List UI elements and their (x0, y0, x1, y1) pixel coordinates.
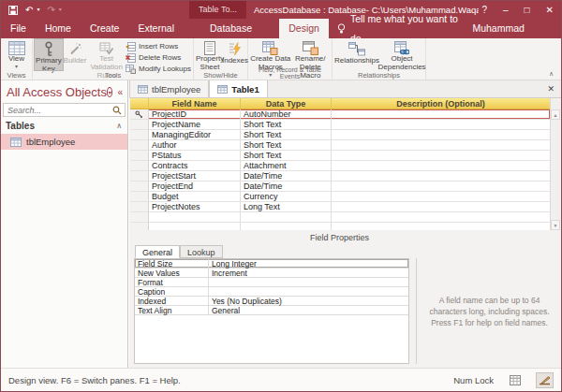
property-row-indexed[interactable]: Indexed Yes (No Duplicates) (135, 297, 408, 306)
row-selector[interactable] (130, 212, 149, 222)
tab-design[interactable]: Design (279, 19, 329, 38)
minimize-button[interactable]: – (503, 1, 509, 19)
data-type-cell[interactable]: Currency (241, 192, 332, 201)
tab-create[interactable]: Create (81, 19, 129, 38)
doc-tab-table1[interactable]: Table1 (209, 80, 267, 97)
scroll-down-icon[interactable]: ▼ (551, 220, 560, 230)
relationships-button[interactable]: Relationships (334, 39, 379, 70)
data-type-cell[interactable]: Short Text (241, 151, 332, 160)
row-selector[interactable] (130, 130, 149, 139)
property-value[interactable]: Increment (209, 269, 408, 277)
field-name-cell[interactable]: ProjectStart (149, 171, 241, 181)
primary-key-button[interactable]: Primary Key (35, 39, 63, 70)
property-sheet-button[interactable]: Property Sheet (196, 39, 224, 70)
object-dependencies-button[interactable]: Object Dependencies (379, 39, 424, 70)
description-cell[interactable] (332, 140, 550, 150)
collapse-ribbon-icon[interactable]: ∧ (549, 70, 554, 78)
undo-dropdown-icon[interactable]: ▾ (37, 1, 39, 19)
property-value[interactable] (209, 287, 408, 296)
indexes-button[interactable]: Indexes (224, 39, 246, 70)
collapse-group-icon[interactable]: ∧ (116, 122, 122, 130)
data-type-cell[interactable]: AutoNumber (241, 109, 332, 119)
description-cell[interactable] (332, 130, 550, 139)
description-cell[interactable] (332, 151, 550, 160)
field-name-cell[interactable]: ProjectName (149, 120, 241, 129)
row-selector[interactable] (130, 151, 149, 160)
field-row-pstatus[interactable]: PStatus Short Text (130, 151, 550, 161)
field-row-projectend[interactable]: ProjectEnd Date/Time (130, 181, 550, 192)
nav-item-tblemployee[interactable]: tblEmployee (1, 134, 127, 150)
data-type-cell[interactable]: Date/Time (241, 181, 332, 191)
row-selector[interactable] (130, 120, 149, 129)
data-type-cell[interactable]: Long Text (241, 202, 332, 211)
row-selector[interactable] (130, 109, 149, 119)
row-selector[interactable] (130, 171, 149, 181)
property-value[interactable]: Long Integer (209, 259, 408, 268)
property-row-format[interactable]: Format (135, 278, 408, 287)
scroll-up-icon[interactable]: ▲ (551, 109, 560, 120)
description-cell[interactable] (332, 171, 550, 181)
grid-vertical-scrollbar[interactable]: ▲ ▼ (550, 98, 560, 230)
shutter-bar-icon[interactable]: « (117, 87, 123, 97)
field-name-cell[interactable]: ProjectEnd (149, 181, 241, 191)
row-selector[interactable] (130, 181, 149, 191)
search-icon[interactable] (112, 106, 125, 115)
nav-menu-icon[interactable]: ▾ (107, 87, 113, 97)
row-selector[interactable] (130, 192, 149, 201)
delete-rows-button[interactable]: Delete Rows (126, 52, 191, 63)
help-button[interactable]: ? (481, 1, 487, 19)
field-name-cell[interactable]: ProjectID (149, 109, 241, 119)
data-type-cell[interactable]: Short Text (241, 120, 332, 129)
qat-customize-icon[interactable]: ▾ (59, 1, 62, 19)
field-name-cell[interactable]: PStatus (149, 151, 241, 160)
header-data-type[interactable]: Data Type (241, 98, 332, 109)
field-name-cell[interactable]: ManagingEditor (149, 130, 241, 139)
tab-external-data[interactable]: External Data (128, 19, 200, 38)
property-row-text-align[interactable]: Text Align General (135, 306, 408, 315)
save-icon[interactable] (8, 6, 18, 15)
description-cell[interactable] (332, 181, 550, 191)
property-value[interactable]: General (209, 306, 408, 314)
insert-rows-button[interactable]: Insert Rows (126, 41, 191, 51)
field-row-projectstart[interactable]: ProjectStart Date/Time (130, 171, 550, 181)
maximize-button[interactable]: □ (525, 1, 530, 19)
tell-me-box[interactable]: Tell me what you want to do... (329, 19, 472, 38)
field-row-author[interactable]: Author Short Text (130, 140, 550, 151)
field-name-cell[interactable]: Author (149, 140, 241, 150)
property-value[interactable]: Yes (No Duplicates) (209, 297, 408, 305)
row-selector[interactable] (130, 223, 149, 230)
property-value[interactable] (209, 278, 408, 286)
field-row-budget[interactable]: Budget Currency (130, 192, 550, 202)
datasheet-view-button[interactable] (506, 372, 524, 388)
field-row-projectname[interactable]: ProjectName Short Text (130, 120, 550, 130)
row-selector[interactable] (130, 140, 149, 150)
description-cell[interactable] (332, 161, 550, 170)
doc-tab-tblemployee[interactable]: tblEmployee (129, 80, 209, 97)
description-cell[interactable] (332, 202, 550, 211)
data-type-cell[interactable]: Short Text (241, 140, 332, 150)
field-name-cell[interactable]: Contracts (149, 161, 241, 170)
account-name[interactable]: Muhammad Waqas (472, 19, 561, 38)
property-row-new-values[interactable]: New Values Increment (135, 269, 408, 278)
tab-database-tools[interactable]: Database Tools (200, 19, 279, 38)
description-cell[interactable] (332, 192, 550, 201)
tab-file[interactable]: File (1, 19, 36, 38)
row-selector[interactable] (130, 161, 149, 170)
empty-field-row[interactable] (130, 212, 550, 223)
description-cell[interactable] (332, 120, 550, 129)
close-button[interactable]: ✕ (546, 1, 554, 19)
undo-icon[interactable]: ↶ (25, 1, 33, 19)
field-name-cell[interactable]: Budget (149, 192, 241, 201)
nav-group-tables[interactable]: Tables ∧ (1, 117, 127, 134)
data-type-cell[interactable]: Attachment (241, 161, 332, 170)
view-button[interactable]: View ▾ (3, 39, 30, 70)
row-selector[interactable] (130, 202, 149, 211)
tab-lookup[interactable]: Lookup (180, 245, 223, 258)
field-row-projectid[interactable]: ProjectID AutoNumber (130, 109, 550, 120)
tab-general[interactable]: General (135, 245, 180, 258)
data-type-cell[interactable]: Short Text (241, 130, 332, 139)
header-description[interactable]: Description (Optional) (332, 98, 550, 109)
close-document-icon[interactable]: ✕ (540, 80, 561, 97)
field-name-cell[interactable]: ProjectNotes (149, 202, 241, 211)
header-field-name[interactable]: Field Name (149, 98, 241, 109)
